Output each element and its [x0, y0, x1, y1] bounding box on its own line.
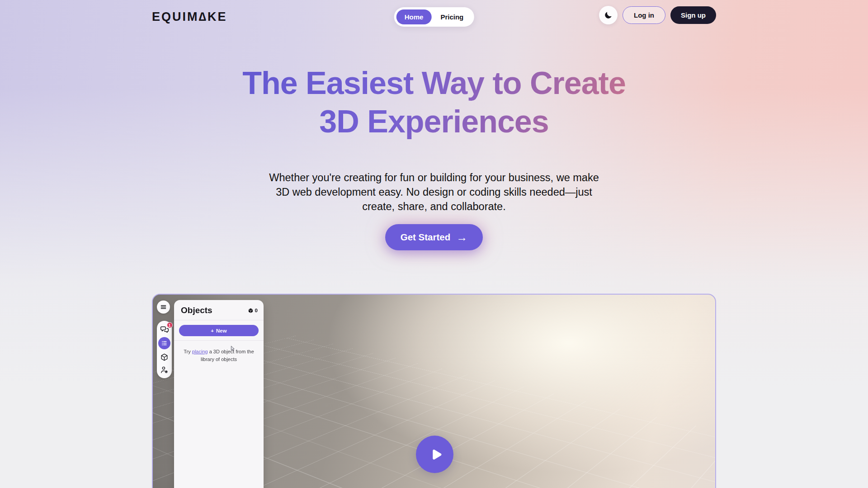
list-icon — [161, 340, 168, 347]
page-title: The Easiest Way to Create 3D Experiences — [242, 64, 626, 141]
topbar-actions: Log in Sign up — [599, 6, 716, 24]
play-icon — [426, 447, 443, 462]
objects-panel-header: Objects 0 — [174, 300, 264, 320]
hint-text: Try — [184, 349, 192, 354]
players-tool-button[interactable] — [160, 365, 170, 375]
hint-text: a 3D object from the library of objects — [201, 349, 254, 362]
divider — [174, 340, 264, 341]
chat-notification-badge: 1 — [167, 322, 173, 328]
person-gear-icon — [160, 366, 169, 374]
moon-icon — [604, 11, 613, 19]
placing-link[interactable]: placing — [192, 349, 208, 354]
cube-outline-icon — [160, 353, 169, 361]
cube-icon — [248, 308, 254, 314]
nav-item-home[interactable]: Home — [396, 9, 432, 24]
login-button[interactable]: Log in — [623, 6, 665, 24]
object-count-value: 0 — [255, 308, 258, 313]
plus-icon: + — [211, 328, 214, 333]
empty-state-hint: Try placing a 3D object from the library… — [182, 348, 255, 363]
object-count: 0 — [248, 308, 258, 314]
hero-section: The Easiest Way to Create 3D Experiences — [0, 64, 868, 141]
signup-button[interactable]: Sign up — [670, 6, 716, 24]
play-button[interactable] — [416, 436, 453, 473]
arrow-right-icon: → — [456, 232, 467, 243]
theme-toggle-button[interactable] — [599, 6, 618, 24]
get-started-label: Get Started — [401, 232, 451, 243]
top-bar: EQUIM∆KE Home Pricing Log in Sign up — [0, 0, 868, 36]
title-line-1: The Easiest Way to Create — [242, 64, 626, 103]
library-tool-button[interactable] — [160, 352, 170, 362]
cta-section: Get Started → — [0, 224, 868, 250]
new-object-button[interactable]: + New — [179, 325, 259, 336]
app-preview: 1 Objects 0 — [152, 294, 716, 488]
logo[interactable]: EQUIM∆KE — [152, 10, 227, 24]
chat-tool-button[interactable]: 1 — [160, 324, 170, 334]
subtitle-line: Whether you're creating for fun or build… — [0, 170, 868, 185]
subtitle-line: 3D web development easy. No design or co… — [0, 185, 868, 199]
subtitle-line: create, share, and collaborate. — [0, 199, 868, 214]
hamburger-icon — [160, 304, 167, 310]
hero-subtitle: Whether you're creating for fun or build… — [0, 170, 868, 214]
objects-panel-title: Objects — [181, 305, 212, 315]
menu-button[interactable] — [157, 300, 170, 314]
main-nav: Home Pricing — [394, 7, 474, 27]
left-toolbar: 1 — [157, 321, 172, 378]
get-started-button[interactable]: Get Started → — [385, 224, 483, 250]
divider — [174, 320, 264, 320]
new-object-label: New — [216, 328, 227, 333]
objects-panel: Objects 0 + New Try placing a 3D object … — [174, 300, 264, 488]
objects-tool-button[interactable] — [158, 337, 170, 349]
title-line-2: 3D Experiences — [242, 103, 626, 141]
nav-item-pricing[interactable]: Pricing — [432, 9, 472, 24]
